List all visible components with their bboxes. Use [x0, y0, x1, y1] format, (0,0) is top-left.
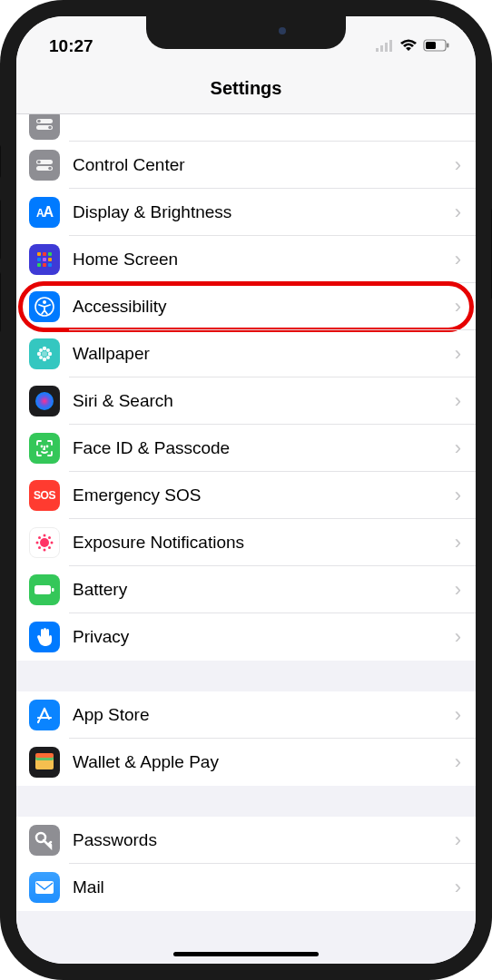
row-siri-search[interactable]: Siri & Search › [16, 377, 476, 425]
row-battery[interactable]: Battery › [16, 566, 476, 613]
row-label: Display & Brightness [73, 202, 448, 222]
faceid-icon [29, 433, 60, 464]
svg-point-25 [43, 300, 46, 304]
svg-point-38 [40, 538, 49, 547]
chevron-right-icon: › [455, 389, 461, 413]
svg-point-33 [39, 356, 43, 359]
status-time: 10:27 [49, 36, 93, 56]
svg-point-32 [46, 348, 50, 352]
appstore-icon [29, 700, 60, 730]
svg-rect-23 [48, 263, 52, 267]
row-label: Passwords [73, 830, 448, 850]
svg-point-26 [42, 351, 47, 357]
svg-point-14 [48, 167, 52, 171]
row-label: Exposure Notifications [73, 533, 448, 553]
svg-point-28 [43, 358, 46, 361]
settings-group-general: Control Center › AA Display & Brightness… [16, 114, 476, 661]
cellular-icon [376, 36, 394, 56]
svg-point-41 [36, 542, 39, 544]
svg-rect-0 [376, 48, 379, 52]
svg-rect-22 [43, 263, 46, 267]
status-right [376, 36, 450, 56]
svg-point-31 [39, 348, 43, 352]
row-accessibility[interactable]: Accessibility › [16, 283, 476, 330]
svg-point-40 [44, 549, 46, 552]
chevron-right-icon: › [455, 625, 461, 649]
svg-rect-18 [37, 258, 41, 261]
svg-rect-53 [35, 881, 54, 894]
row-wallet[interactable]: Wallet & Apple Pay › [16, 739, 476, 786]
svg-rect-1 [380, 45, 383, 52]
row-label: Wallet & Apple Pay [73, 752, 448, 772]
svg-point-43 [38, 536, 41, 539]
wifi-icon [399, 36, 418, 56]
row-privacy[interactable]: Privacy › [16, 613, 476, 661]
row-emergency-sos[interactable]: SOS Emergency SOS › [16, 472, 476, 519]
mute-switch [0, 145, 1, 178]
svg-rect-6 [447, 44, 449, 48]
key-icon [29, 825, 60, 856]
chevron-right-icon: › [455, 436, 461, 460]
chevron-right-icon: › [455, 531, 461, 554]
svg-point-29 [37, 352, 41, 356]
svg-point-34 [46, 356, 50, 359]
toggles-icon [29, 114, 60, 140]
row-partial-top[interactable] [16, 114, 476, 142]
settings-list[interactable]: Control Center › AA Display & Brightness… [16, 114, 476, 964]
svg-rect-2 [385, 43, 388, 52]
hand-icon [29, 622, 60, 652]
svg-point-39 [44, 534, 46, 537]
sos-icon: SOS [29, 480, 60, 511]
row-label: Accessibility [73, 297, 448, 317]
chevron-right-icon: › [455, 750, 461, 774]
svg-rect-20 [48, 258, 52, 261]
svg-rect-51 [35, 753, 54, 758]
svg-rect-48 [52, 588, 54, 592]
svg-point-46 [48, 546, 51, 549]
svg-point-30 [48, 352, 52, 356]
row-label: Battery [73, 580, 448, 600]
phone-screen: 10:27 Settings [16, 16, 476, 964]
home-indicator[interactable] [173, 952, 319, 956]
row-home-screen[interactable]: Home Screen › [16, 236, 476, 283]
svg-point-42 [51, 542, 54, 544]
svg-rect-19 [43, 258, 46, 261]
svg-point-8 [37, 120, 41, 123]
svg-rect-15 [37, 252, 41, 256]
home-grid-icon [29, 244, 60, 275]
row-label: Privacy [73, 627, 448, 647]
settings-group-store: App Store › Wallet & Apple Pay › [16, 691, 476, 786]
row-passwords[interactable]: Passwords › [16, 817, 476, 864]
toggles-icon [29, 150, 60, 181]
notch [146, 16, 346, 49]
svg-rect-21 [37, 263, 41, 267]
row-mail[interactable]: Mail › [16, 864, 476, 911]
svg-point-10 [48, 126, 52, 130]
battery-icon [423, 36, 450, 56]
svg-point-44 [48, 536, 51, 539]
svg-rect-16 [43, 252, 46, 256]
row-display-brightness[interactable]: AA Display & Brightness › [16, 189, 476, 236]
row-label: Control Center [73, 155, 448, 175]
chevron-right-icon: › [455, 248, 461, 271]
row-label: Home Screen [73, 250, 448, 270]
volume-down-button [0, 272, 1, 332]
row-label: Emergency SOS [73, 485, 448, 505]
wallet-icon [29, 747, 60, 778]
svg-rect-17 [48, 252, 52, 256]
siri-icon [29, 386, 60, 416]
svg-rect-3 [389, 40, 392, 52]
row-face-id[interactable]: Face ID & Passcode › [16, 425, 476, 472]
row-exposure-notifications[interactable]: Exposure Notifications › [16, 519, 476, 566]
chevron-right-icon: › [455, 201, 461, 224]
battery-icon [29, 574, 60, 605]
row-wallpaper[interactable]: Wallpaper › [16, 330, 476, 377]
chevron-right-icon: › [455, 295, 461, 318]
row-label: Mail [73, 877, 448, 897]
mail-icon [29, 872, 60, 903]
row-control-center[interactable]: Control Center › [16, 142, 476, 189]
phone-frame: 10:27 Settings [0, 0, 492, 980]
row-app-store[interactable]: App Store › [16, 691, 476, 739]
svg-point-35 [35, 392, 54, 410]
row-label: Siri & Search [73, 391, 448, 411]
